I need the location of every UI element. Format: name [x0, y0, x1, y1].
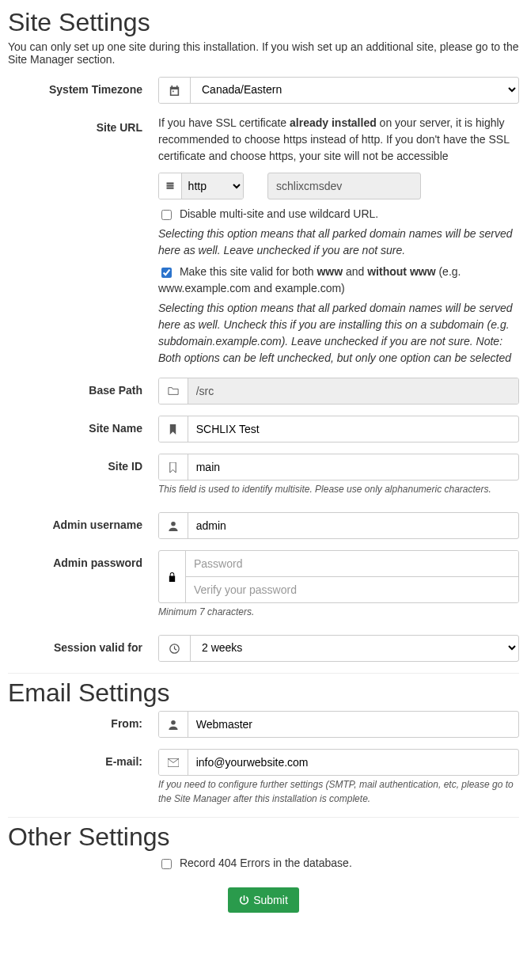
admin-password-label: Admin password	[8, 550, 150, 572]
email-help: If you need to configure further setting…	[158, 777, 519, 806]
record-404-checkbox[interactable]	[161, 859, 172, 869]
valid-www-help: Selecting this option means that all par…	[158, 300, 519, 367]
valid-www-label[interactable]: Make this site valid for both www and wi…	[158, 265, 461, 294]
timezone-select[interactable]: Canada/Eastern	[191, 78, 518, 101]
site-name-label: Site Name	[8, 416, 150, 437]
email-label: E-mail:	[8, 749, 150, 770]
envelope-icon	[159, 750, 188, 775]
admin-username-input[interactable]	[188, 513, 518, 538]
folder-icon	[159, 378, 188, 404]
site-settings-intro: You can only set up one site during this…	[8, 40, 519, 66]
disable-multisite-checkbox[interactable]	[161, 210, 172, 220]
from-label: From:	[8, 711, 150, 732]
site-id-label: Site ID	[8, 454, 150, 475]
submit-label: Submit	[253, 894, 288, 906]
section-divider	[8, 817, 519, 818]
session-select[interactable]: 2 weeks	[191, 636, 518, 659]
password-help: Minimum 7 characters.	[158, 605, 519, 619]
base-path-label: Base Path	[8, 378, 150, 399]
verify-password-input[interactable]	[186, 577, 518, 602]
globe-icon	[159, 173, 182, 199]
domain-input[interactable]	[267, 173, 421, 199]
person-icon	[159, 712, 188, 737]
bookmark-solid-icon	[159, 416, 188, 442]
clock-icon	[159, 636, 191, 661]
timezone-label: System Timezone	[8, 77, 150, 98]
site-url-label: Site URL	[8, 115, 150, 136]
disable-multisite-label[interactable]: Disable multi-site and use wildcard URL.	[180, 207, 378, 220]
calendar-icon	[159, 78, 191, 103]
protocol-select[interactable]: http	[182, 173, 243, 199]
site-name-input[interactable]	[188, 416, 518, 442]
section-divider	[8, 673, 519, 674]
lock-icon	[159, 551, 186, 602]
valid-www-checkbox[interactable]	[161, 268, 172, 278]
password-input[interactable]	[186, 551, 518, 577]
email-input[interactable]	[188, 750, 518, 775]
record-404-label[interactable]: Record 404 Errors in the database.	[180, 857, 352, 869]
site-id-help: This field is used to identify multisite…	[158, 482, 519, 496]
site-url-info: If you have SSL certificate already inst…	[158, 115, 519, 165]
from-input[interactable]	[188, 712, 518, 737]
admin-username-label: Admin username	[8, 512, 150, 534]
submit-button[interactable]: Submit	[228, 887, 299, 913]
disable-multisite-help: Selecting this option means that all par…	[158, 226, 519, 259]
session-label: Session valid for	[8, 635, 150, 656]
other-settings-heading: Other Settings	[8, 822, 519, 852]
person-icon	[159, 513, 188, 538]
site-id-input[interactable]	[188, 454, 518, 480]
base-path-input[interactable]	[188, 378, 518, 404]
email-settings-heading: Email Settings	[8, 678, 519, 708]
bookmark-outline-icon	[159, 454, 188, 480]
site-settings-heading: Site Settings	[8, 8, 519, 37]
power-icon	[239, 895, 249, 906]
